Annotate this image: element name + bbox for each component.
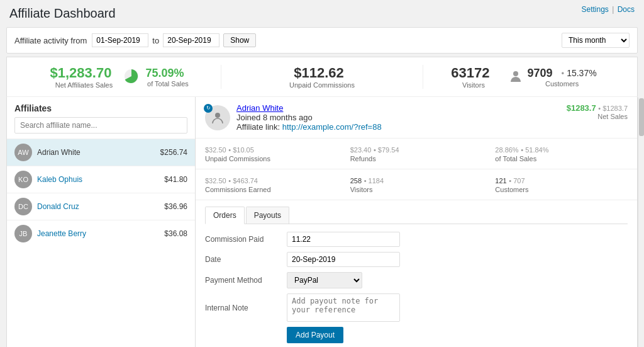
total-sales-pct: 75.09% [145,67,184,80]
list-item[interactable]: JB Jeanette Berry $36.08 [7,220,195,247]
pie-chart-icon [123,67,140,87]
tabs: Orders Payouts [205,207,628,224]
unpaid-label: Unpaid Commissions [205,155,338,162]
net-sales-value: $1,283.70 [50,65,112,81]
affiliate-amount: $36.96 [164,202,187,211]
affiliate-name: Jeanette Berry [37,229,164,238]
list-item[interactable]: DC Donald Cruz $36.96 [7,193,195,220]
internal-note-row: Internal Note [205,293,628,322]
commission-paid-label: Commission Paid [205,235,287,244]
net-sales-stat: $1,283.70 Net Affiliates Sales 75.09% of… [19,65,221,89]
avatar: DC [14,198,32,215]
total-pct-label: of Total Sales [495,155,628,162]
internal-note-textarea[interactable] [287,293,400,322]
list-item[interactable]: AW Adrian White $256.74 [7,139,195,166]
stat-visitors: 258 • 1184 Visitors [350,176,483,193]
visitors-label: Visitors [451,81,496,89]
date-from-input[interactable] [92,33,148,47]
scrollbar-thumb[interactable] [639,98,644,136]
net-sales-detail: $1283.7 • $1283.7 Net Sales [567,103,628,120]
unpaid-main: $32.50 [205,146,226,154]
avatar: AW [14,144,32,161]
affiliate-amount: $41.80 [164,175,187,184]
stat-customers: 121 • 707 Customers [495,176,628,193]
customers-bullet2: • 707 [509,177,525,185]
earned-main: $32.50 [205,177,226,185]
refresh-indicator: ↻ [205,105,230,130]
status-badge: ↻ [204,104,213,113]
earned-label: Commissions Earned [205,186,338,193]
avatar: KO [14,171,32,188]
refunds-label: Refunds [350,155,483,162]
customers-value: 9709 [528,67,553,80]
search-input[interactable] [14,117,187,134]
net-sales-amount: $1283.7 [567,103,596,113]
net-sales-label: Net Affiliates Sales [50,81,118,89]
customers-main: 121 [495,177,506,185]
stats-row-2: $32.50 • $463.74 Commissions Earned 258 … [196,169,637,200]
stats-row-1: $32.50 • $10.05 Unpaid Commissions $23.4… [196,139,637,169]
period-select[interactable]: This month [562,33,630,48]
payment-method-row: Payment Method PayPal [205,272,628,288]
unpaid-commissions-stat: $112.62 Unpaid Commissions [221,65,423,89]
add-payout-button[interactable]: Add Payout [287,327,343,343]
period-selector[interactable]: This month [562,33,630,48]
date-bar: Affiliate activity from to Show This mon… [6,27,638,54]
affiliate-name: Kaleb Ophuis [37,175,164,184]
unpaid-value: $112.62 [289,65,348,81]
affiliate-name-link[interactable]: Adrian White [236,103,283,113]
earned-bullet: • $463.74 [228,177,258,185]
stat-total-sales-pct: 28.86% • 51.84% of Total Sales [495,145,628,162]
affiliate-name: Donald Cruz [37,202,164,211]
page-title: Affiliate Dashboard [9,6,635,21]
visitors-main: 258 [350,177,362,185]
svg-point-2 [215,113,220,118]
affiliate-link-row: Affiliate link: http://example.com/?ref=… [236,122,382,132]
commission-paid-input[interactable] [287,232,400,247]
affiliate-header: ↻ Adrian White Joined 8 months ago Affil… [196,97,637,139]
payment-method-label: Payment Method [205,276,287,285]
svg-point-1 [513,71,518,76]
customers-bullet: 15.37% [567,68,596,78]
scrollbar[interactable] [638,98,644,347]
net-sales-label: Net Sales [567,113,628,120]
affiliate-url: http://example.com/?ref=88 [282,122,382,132]
joined-text: Joined 8 months ago [236,113,382,122]
commission-paid-row: Commission Paid [205,232,628,247]
total-pct-main: 28.86% [495,146,518,154]
stat-commissions-earned: $32.50 • $463.74 Commissions Earned [205,176,338,193]
date-to-input[interactable] [163,33,219,47]
refunds-main: $23.40 [350,146,372,154]
form-section: Commission Paid Date Payment Method PayP… [196,232,637,347]
date-row: Date [205,252,628,267]
unpaid-bullet: • $10.05 [228,146,254,154]
payment-method-select[interactable]: PayPal [287,272,362,288]
list-item[interactable]: KO Kaleb Ophuis $41.80 [7,166,195,193]
affiliate-list: AW Adrian White $256.74 KO Kaleb Ophuis … [7,139,195,247]
tabs-section: Orders Payouts [196,200,637,224]
stat-refunds: $23.40 • $79.54 Refunds [350,145,483,162]
detail-panel: ↻ Adrian White Joined 8 months ago Affil… [196,97,637,347]
visitors-label: Visitors [350,186,483,193]
date-input[interactable] [287,252,400,267]
refunds-bullet: • $79.54 [374,146,399,154]
affiliate-amount: $36.08 [164,229,187,238]
visitors-bullet: • 1184 [364,177,384,185]
docs-link[interactable]: Docs [618,5,635,14]
separator: | [612,5,614,14]
affiliates-heading: Affiliates [7,97,195,117]
avatar: JB [14,225,32,242]
affiliate-amount: $256.74 [160,148,187,157]
top-links: Settings | Docs [581,5,635,14]
show-button[interactable]: Show [223,33,256,47]
stat-unpaid-commissions: $32.50 • $10.05 Unpaid Commissions [205,145,338,162]
tab-payouts[interactable]: Payouts [246,207,289,224]
main-content: Affiliates AW Adrian White $256.74 KO Ka… [6,97,638,347]
tab-orders[interactable]: Orders [205,207,245,224]
search-box [7,117,195,139]
visitors-value: 63172 [451,65,489,81]
settings-link[interactable]: Settings [581,5,608,14]
unpaid-label: Unpaid Commissions [289,81,355,89]
customers-label: Customers [528,80,597,88]
net-sales-prev: • $1283.7 [598,105,628,112]
